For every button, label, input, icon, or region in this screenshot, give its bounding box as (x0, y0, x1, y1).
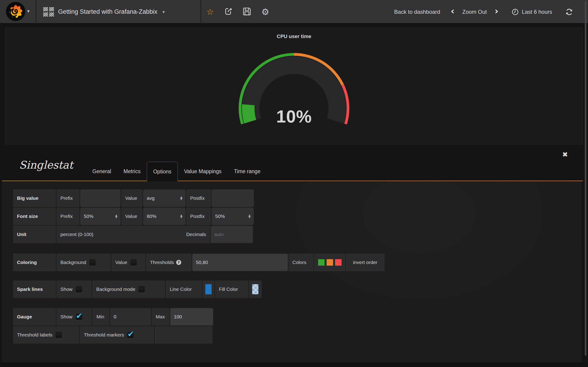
title-dropdown-caret-icon: ▾ (162, 9, 165, 15)
gauge-max-input[interactable]: 100 (170, 308, 213, 325)
select-caret-icon: ▲▼ (180, 196, 182, 200)
value-font-size-select[interactable]: 80%▲▼ (143, 208, 186, 225)
postfix-font-size-select[interactable]: 50%▲▼ (212, 208, 254, 225)
dashboard-title: Getting Started with Grafana-Zabbix (58, 8, 157, 15)
unit-row: Unit percent (0-100) Decimals auto (13, 226, 253, 243)
big-value-stat-select[interactable]: avg▲▼ (143, 190, 186, 207)
close-editor-button[interactable]: ✖ (560, 150, 570, 160)
star-icon: ☆ (207, 7, 214, 17)
select-caret-icon: ▲▼ (115, 214, 117, 218)
gauge-value: 10% (6, 106, 582, 126)
threshold-color-swatch-red[interactable] (335, 259, 342, 266)
thresholds-label: Thresholds (150, 260, 174, 265)
save-icon (242, 7, 251, 16)
decimals-label: Decimals (186, 232, 206, 237)
dashboard-grid-icon (43, 7, 54, 17)
decimals-input[interactable]: auto (211, 226, 253, 243)
spark-background-mode-checkbox[interactable] (138, 286, 145, 292)
save-dashboard-button[interactable] (241, 7, 253, 17)
time-shift-right-button[interactable]: › (494, 6, 498, 16)
singlestat-panel[interactable]: CPU user time 10% (5, 28, 583, 144)
share-dashboard-button[interactable] (223, 7, 234, 17)
invert-order-link[interactable]: invert order (353, 260, 377, 265)
gauge-min-label: Min (96, 314, 104, 319)
spark-show-label: Show (61, 286, 73, 292)
line-color-swatch[interactable] (205, 284, 212, 294)
colors-label: Colors (292, 260, 306, 265)
threshold-markers-checkbox[interactable] (127, 332, 133, 338)
prefix-font-size-select[interactable]: 50%▲▼ (80, 208, 121, 225)
gauge-label: Gauge (17, 314, 32, 319)
refresh-icon[interactable] (565, 8, 573, 16)
tab-metrics[interactable]: Metrics (117, 162, 147, 181)
grafana-logo-icon (6, 2, 25, 21)
line-color-label: Line Color (170, 286, 192, 292)
grafana-app: ▾ Getting Started with Grafana-Zabbix ▾ … (0, 0, 588, 367)
spark-lines-row: Spark lines Show Background mode Line Co… (13, 281, 262, 298)
gauge-row: Gauge Show Min 0 Max 100 (13, 308, 213, 325)
coloring-background-checkbox[interactable] (89, 259, 95, 266)
font-prefix-label: Prefix (61, 214, 73, 219)
panel-editor-header: Singlestat General Metrics Options Value… (0, 144, 588, 181)
gauge-max-label: Max (156, 314, 165, 319)
gauge-threshold-row: Threshold labels Threshold markers (13, 326, 212, 344)
panel-type-title: Singlestat (19, 159, 73, 171)
coloring-background-label: Background (61, 260, 86, 265)
big-value-row: Big value Prefix Value avg▲▼ Postfix (13, 190, 254, 207)
dashboard-title-dropdown[interactable]: Getting Started with Grafana-Zabbix ▾ (43, 0, 165, 24)
threshold-labels-label: Threshold labels (17, 332, 52, 338)
dashboard-settings-button[interactable]: ⚙ (259, 7, 271, 17)
select-caret-icon: ▲▼ (180, 214, 182, 218)
coloring-label: Coloring (17, 260, 37, 265)
time-shift-left-button[interactable]: ‹ (451, 6, 454, 16)
thresholds-input[interactable]: 50,80 (192, 254, 288, 271)
gauge-chart (6, 28, 582, 144)
options-tab-content: Big value Prefix Value avg▲▼ Postfix Fon… (2, 181, 582, 362)
postfix-label: Postfix (190, 195, 205, 201)
tab-options[interactable]: Options (147, 162, 178, 181)
gauge-min-input[interactable]: 0 (110, 308, 151, 325)
grafana-menu[interactable]: ▾ (0, 0, 36, 24)
zoom-out-button[interactable]: Zoom Out (462, 9, 487, 15)
font-size-label: Font size (17, 214, 38, 219)
select-caret-icon: ▲▼ (249, 214, 251, 218)
unit-value-link[interactable]: percent (0-100) (61, 232, 94, 237)
big-value-postfix-input[interactable] (212, 190, 254, 207)
fill-color-swatch[interactable] (252, 284, 258, 294)
gauge-show-label: Show (61, 314, 73, 319)
coloring-value-checkbox[interactable] (130, 259, 137, 266)
value-label: Value (125, 195, 137, 201)
bottom-strip (0, 362, 588, 367)
editor-tabs: General Metrics Options Value Mappings T… (86, 162, 267, 181)
help-question-icon[interactable]: ? (176, 260, 181, 265)
tab-general[interactable]: General (86, 162, 117, 181)
clock-icon (511, 8, 519, 16)
time-range-picker[interactable]: Last 6 hours (511, 8, 552, 16)
top-navbar: ▾ Getting Started with Grafana-Zabbix ▾ … (0, 0, 588, 24)
font-value-label: Value (125, 214, 137, 219)
fill-color-label: Fill Color (219, 286, 238, 292)
logo-dropdown-caret-icon: ▾ (27, 8, 30, 14)
back-to-dashboard-button[interactable]: Back to dashboard (394, 9, 440, 15)
page-scrollbar[interactable] (585, 1, 586, 356)
star-dashboard-button[interactable]: ☆ (204, 7, 216, 17)
threshold-color-swatch-orange[interactable] (327, 259, 333, 266)
spark-show-checkbox[interactable] (76, 286, 82, 292)
navbar-separator (200, 0, 201, 24)
tab-value-mappings[interactable]: Value Mappings (178, 162, 228, 181)
threshold-markers-label: Threshold markers (84, 332, 124, 338)
coloring-value-label: Value (115, 260, 127, 265)
threshold-labels-checkbox[interactable] (56, 332, 62, 338)
empty-cell (155, 326, 212, 344)
gear-icon: ⚙ (261, 7, 269, 17)
tab-time-range[interactable]: Time range (228, 162, 267, 181)
font-postfix-label: Postfix (190, 214, 205, 219)
gauge-show-checkbox[interactable] (76, 314, 82, 320)
spark-lines-label: Spark lines (17, 286, 43, 292)
time-range-label: Last 6 hours (522, 9, 552, 15)
tabs-underline (2, 181, 583, 181)
share-icon (224, 7, 233, 16)
big-value-prefix-input[interactable] (80, 190, 121, 207)
threshold-color-swatch-green[interactable] (318, 259, 325, 266)
prefix-label: Prefix (61, 195, 73, 201)
